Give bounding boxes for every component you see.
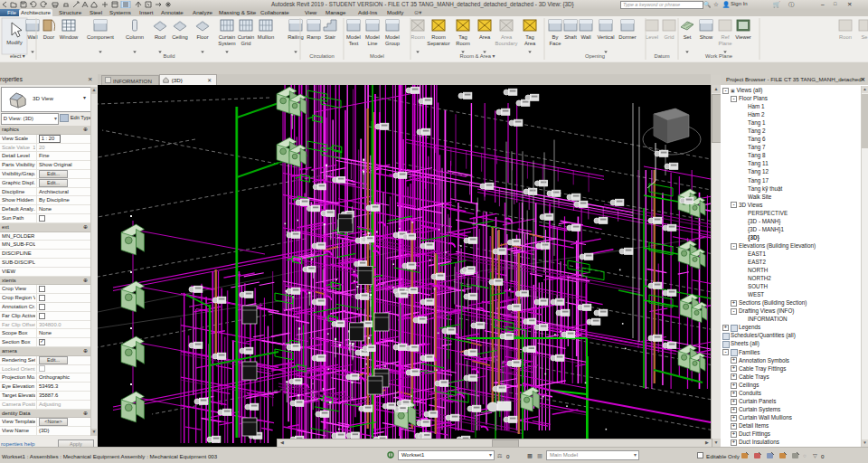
svg-text:Level: Level [646, 34, 658, 40]
svg-text:Tag: Tag [458, 34, 467, 40]
svg-text:Model: Model [370, 53, 384, 59]
svg-text:Roof: Roof [155, 34, 166, 40]
svg-text:Tag: Tag [525, 34, 533, 40]
svg-text:Build: Build [164, 53, 175, 59]
svg-text:Modify: Modify [6, 40, 22, 45]
svg-text:Se: Se [861, 34, 867, 40]
svg-text:Plane: Plane [719, 41, 732, 46]
svg-text:Model: Model [385, 34, 400, 40]
svg-text:Area: Area [524, 41, 536, 46]
svg-text:Opening: Opening [585, 53, 605, 59]
svg-text:Show: Show [700, 34, 713, 40]
svg-text:Grid: Grid [665, 34, 675, 40]
svg-text:Vertical: Vertical [597, 34, 614, 40]
svg-text:Dormer: Dormer [618, 34, 636, 40]
svg-text:Curtain: Curtain [219, 34, 236, 40]
svg-text:Text: Text [349, 41, 359, 46]
svg-text:Area: Area [501, 34, 513, 40]
svg-text:Set: Set [684, 34, 692, 40]
svg-text:Curtain: Curtain [238, 34, 255, 40]
svg-text:elect ▾: elect ▾ [10, 53, 25, 59]
svg-text:Circulation: Circulation [309, 53, 334, 59]
svg-text:System: System [218, 41, 235, 46]
svg-text:Line: Line [368, 41, 378, 46]
svg-text:By: By [552, 34, 559, 40]
svg-text:Room: Room [410, 34, 425, 40]
svg-text:Ceiling: Ceiling [172, 34, 188, 40]
svg-text:Wall: Wall [580, 34, 590, 40]
svg-text:Floor: Floor [196, 34, 208, 40]
svg-text:Railing: Railing [288, 34, 304, 40]
svg-text:Face: Face [550, 41, 561, 46]
svg-text:Ramp: Ramp [307, 34, 320, 40]
svg-text:Room: Room [431, 34, 446, 40]
svg-text:Model: Model [365, 34, 380, 40]
svg-text:Datum: Datum [654, 53, 669, 59]
svg-text:Shaft: Shaft [564, 34, 577, 40]
svg-text:Roon: Roon [839, 34, 852, 40]
svg-text:Work Plane: Work Plane [705, 53, 732, 59]
svg-text:Model: Model [346, 34, 361, 40]
svg-text:Viewer: Viewer [735, 34, 751, 40]
svg-text:Ref: Ref [721, 34, 729, 40]
svg-text:Group: Group [385, 41, 400, 46]
svg-text:Door: Door [43, 34, 55, 40]
svg-text:Grid: Grid [241, 41, 251, 46]
svg-text:Area: Area [479, 34, 491, 40]
svg-text:Boundary: Boundary [495, 41, 518, 46]
svg-text:Separator: Separator [427, 41, 450, 46]
svg-text:Mullion: Mullion [258, 34, 274, 40]
svg-text:Room: Room [456, 41, 470, 46]
svg-text:Room & Area ▾: Room & Area ▾ [460, 53, 495, 59]
svg-text:Component: Component [87, 34, 114, 40]
svg-text:Column: Column [126, 34, 144, 40]
svg-text:Stair: Stair [325, 34, 335, 40]
svg-text:Window: Window [60, 34, 79, 40]
